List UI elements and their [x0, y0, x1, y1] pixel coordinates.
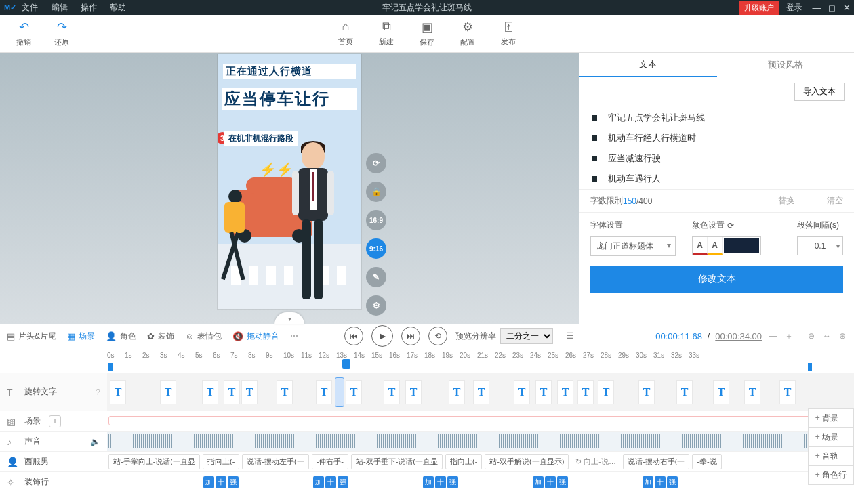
- stage-text-1[interactable]: 正在通过人行横道: [223, 64, 356, 79]
- apply-text-button[interactable]: 修改文本: [590, 266, 843, 293]
- range-end-handle[interactable]: [808, 363, 812, 371]
- clear-button[interactable]: 清空: [827, 195, 843, 207]
- add-audio-button[interactable]: 音轨: [808, 446, 854, 466]
- aspect-9-16[interactable]: 9:16: [366, 238, 386, 259]
- text-lane[interactable]: TTTTTTTTTTTTTTTTTTTTTT: [107, 373, 854, 411]
- add-role-button[interactable]: 角色行: [808, 465, 854, 485]
- actor-segment[interactable]: 站-手掌向上-说话(一直显: [108, 454, 200, 469]
- upgrade-button[interactable]: 升级账户: [739, 1, 779, 15]
- text-clip[interactable]: T: [638, 380, 655, 404]
- text-clip[interactable]: T: [384, 380, 400, 404]
- list-item[interactable]: 机动车行经人行横道时: [592, 128, 842, 148]
- color-picker[interactable]: A A: [692, 236, 761, 255]
- zoom-reset-icon[interactable]: ↔: [821, 331, 832, 341]
- bg-color-icon[interactable]: A: [708, 237, 723, 255]
- text-color-icon[interactable]: A: [693, 237, 708, 255]
- tab-role[interactable]: 👤角色: [106, 331, 136, 342]
- actor-segment[interactable]: -拳-说: [692, 454, 721, 469]
- home-button[interactable]: ⌂首页: [338, 20, 353, 47]
- text-clip[interactable]: T: [224, 380, 240, 404]
- maximize-button[interactable]: ◻: [824, 3, 839, 13]
- more-icon[interactable]: ⋯: [290, 331, 298, 341]
- gap-input[interactable]: 0.1: [797, 236, 843, 255]
- range-bar[interactable]: [107, 362, 854, 373]
- loop-button[interactable]: ⟲: [428, 327, 447, 345]
- text-clip[interactable]: T: [316, 380, 332, 404]
- add-scene-button[interactable]: +: [49, 415, 61, 427]
- actor-segment[interactable]: 说话-摆动右手(一: [623, 454, 689, 469]
- new-button[interactable]: ⧉新建: [379, 20, 394, 47]
- actor-segment[interactable]: ↻ 向上-说…: [571, 457, 620, 467]
- lock-tool[interactable]: 🔒: [366, 182, 386, 202]
- text-clip[interactable]: T: [449, 380, 465, 404]
- playhead[interactable]: [346, 348, 346, 504]
- text-clip[interactable]: T: [557, 380, 573, 404]
- actor-lane[interactable]: 站-手掌向上-说话(一直显指向上(-说话-摆动左手(一-伸右手-站-双手垂下-说…: [107, 452, 854, 471]
- text-clip[interactable]: T: [473, 380, 489, 404]
- tab-scene[interactable]: ▦场景: [67, 331, 95, 342]
- text-clip[interactable]: T: [160, 380, 176, 404]
- deco-lane[interactable]: 加十强加十强加十强加十强加十强: [107, 472, 854, 492]
- tab-emoji[interactable]: ☺表情包: [185, 331, 222, 342]
- help-icon[interactable]: ?: [96, 387, 100, 397]
- text-clip[interactable]: T: [110, 380, 126, 404]
- settings-tool[interactable]: ⚙: [366, 295, 386, 316]
- text-clip[interactable]: T: [577, 380, 594, 404]
- collapse-handle[interactable]: ▾: [288, 315, 291, 322]
- tab-dragmute[interactable]: 🔇拖动静音: [232, 331, 279, 342]
- refresh-tool[interactable]: ⟳: [366, 153, 386, 173]
- zoom-out-time[interactable]: —: [767, 331, 778, 341]
- list-item[interactable]: 牢记五点学会礼让斑马线: [592, 108, 842, 128]
- time-ruler[interactable]: 0s1s2s3s4s5s6s7s8s9s10s11s12s13s14s15s16…: [0, 348, 854, 362]
- zoom-in-time[interactable]: ＋: [784, 331, 794, 342]
- text-clip[interactable]: T: [779, 380, 796, 404]
- deco-chip[interactable]: 加十强: [203, 476, 239, 488]
- text-clip[interactable]: T: [713, 380, 729, 404]
- config-button[interactable]: ⚙配置: [460, 20, 475, 47]
- sound-lane[interactable]: [107, 432, 854, 451]
- menu-edit[interactable]: 编辑: [52, 3, 68, 12]
- actor-segment[interactable]: 站-双手解说(一直显示): [485, 454, 569, 469]
- close-button[interactable]: ✕: [839, 3, 854, 13]
- tab-text[interactable]: 文本: [580, 53, 717, 77]
- tab-headtail[interactable]: ▤片头&片尾: [7, 331, 56, 342]
- deco-chip[interactable]: 加十强: [313, 476, 348, 488]
- actor-segment[interactable]: 指向上(-: [203, 454, 239, 469]
- canvas-area[interactable]: 正在通过人行横道 应当停车让行 3 在机非机混行路段 ⚡⚡ ⟳ 🔒 16:9 9…: [0, 53, 579, 324]
- color-swatch[interactable]: [724, 238, 759, 253]
- font-select[interactable]: 庞门正道标题体: [590, 236, 676, 256]
- undo-button[interactable]: ↶撤销: [16, 20, 31, 47]
- scene-lane[interactable]: [107, 411, 854, 431]
- deco-chip[interactable]: 加十强: [643, 476, 678, 488]
- aspect-16-9[interactable]: 16:9: [366, 210, 386, 230]
- tab-preset[interactable]: 预设风格: [717, 53, 855, 77]
- edit-tool[interactable]: ✎: [366, 267, 386, 287]
- rate-select[interactable]: 二分之一: [500, 328, 553, 344]
- range-start-handle[interactable]: [108, 363, 113, 371]
- tab-deco[interactable]: ✿装饰: [147, 331, 174, 342]
- zoom-out-icon[interactable]: ⊖: [807, 331, 816, 341]
- stage-text-2[interactable]: 应当停车让行: [222, 88, 357, 110]
- text-clip[interactable]: T: [598, 380, 614, 404]
- add-scene-track-button[interactable]: 场景: [808, 427, 854, 447]
- list-item[interactable]: 应当减速行驶: [592, 148, 842, 169]
- menu-file[interactable]: 文件: [22, 3, 38, 12]
- play-button[interactable]: ▶: [371, 325, 393, 347]
- prev-button[interactable]: ⏮: [344, 327, 363, 345]
- menu-action[interactable]: 操作: [81, 3, 97, 12]
- deco-chip[interactable]: 加十强: [533, 476, 568, 488]
- text-clip[interactable]: T: [514, 380, 530, 404]
- redo-button[interactable]: ↷还原: [54, 20, 69, 47]
- text-clip[interactable]: T: [241, 380, 258, 404]
- actor-segment[interactable]: 站-双手垂下-说话(一直显: [351, 454, 443, 469]
- next-button[interactable]: ⏭: [401, 327, 420, 345]
- stage-text-3[interactable]: 在机非机混行路段: [224, 131, 298, 146]
- scene-clip[interactable]: [108, 416, 813, 425]
- list-item[interactable]: 机动车遇行人: [592, 169, 842, 189]
- stage[interactable]: 正在通过人行横道 应当停车让行 3 在机非机混行路段 ⚡⚡: [218, 54, 361, 309]
- text-clip[interactable]: T: [346, 380, 362, 404]
- text-clip[interactable]: T: [535, 380, 552, 404]
- zoom-in-icon[interactable]: ⊕: [838, 331, 847, 341]
- layers-icon[interactable]: ☰: [567, 331, 574, 341]
- minimize-button[interactable]: —: [809, 3, 824, 13]
